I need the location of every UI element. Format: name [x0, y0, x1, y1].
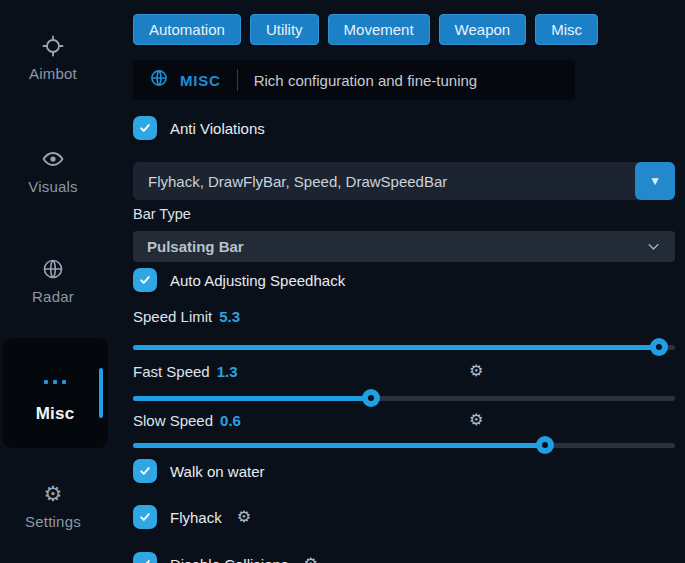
slider-value: 1.3	[217, 363, 238, 380]
tab-automation[interactable]: Automation	[133, 14, 241, 45]
checkbox-checked[interactable]	[133, 505, 157, 529]
check-icon	[138, 464, 152, 478]
sidebar-item-label: Radar	[32, 288, 74, 305]
sidebar-item-aimbot[interactable]: Aimbot	[0, 34, 106, 82]
fast-speed-row: Fast Speed 1.3 ⚙	[133, 363, 675, 380]
speed-limit-slider[interactable]	[133, 338, 675, 356]
slider-label: Fast Speed	[133, 363, 210, 380]
sidebar-item-label: Settings	[25, 513, 81, 530]
walk-on-water-toggle[interactable]: Walk on water	[133, 459, 675, 483]
checkbox-label: Anti Violations	[170, 120, 265, 137]
sidebar-item-misc[interactable]: Misc	[2, 338, 108, 448]
slow-speed-slider[interactable]	[133, 436, 675, 454]
checkbox-checked[interactable]	[133, 552, 157, 563]
gear-icon: ⚙	[41, 482, 65, 506]
checkbox-checked[interactable]	[133, 116, 157, 140]
slider-value: 5.3	[219, 308, 240, 325]
slider-label: Speed Limit	[133, 308, 212, 325]
section-header: MISC Rich configuration and fine-tuning	[133, 60, 575, 100]
speed-limit-row: Speed Limit 5.3	[133, 308, 675, 325]
bar-type-value: Pulsating Bar	[147, 238, 244, 255]
slider-fill	[133, 345, 659, 350]
ellipsis-icon	[43, 370, 67, 394]
gear-icon[interactable]: ⚙	[469, 363, 483, 379]
gear-icon[interactable]: ⚙	[303, 556, 317, 563]
sidebar-item-visuals[interactable]: Visuals	[0, 147, 106, 195]
checkbox-label: Auto Adjusting Speedhack	[170, 272, 345, 289]
slider-fill	[133, 396, 371, 401]
sidebar-item-radar[interactable]: Radar	[0, 257, 106, 305]
selected-indicator	[99, 368, 103, 418]
triangle-down-icon: ▼	[649, 174, 661, 188]
sidebar-item-label: Aimbot	[29, 65, 77, 82]
sidebar-item-label: Visuals	[28, 178, 77, 195]
divider	[237, 69, 238, 91]
main-panel: Automation Utility Movement Weapon Misc …	[133, 0, 675, 563]
check-icon	[138, 273, 152, 287]
bar-type-select[interactable]: Pulsating Bar	[133, 231, 675, 262]
tab-utility[interactable]: Utility	[250, 14, 319, 45]
slow-speed-row: Slow Speed 0.6 ⚙	[133, 412, 675, 429]
slider-label: Slow Speed	[133, 412, 213, 429]
dropdown-button[interactable]: ▼	[635, 162, 675, 200]
sidebar-item-label: Misc	[36, 404, 75, 424]
tab-weapon[interactable]: Weapon	[439, 14, 527, 45]
checkbox-label: Walk on water	[170, 463, 264, 480]
category-tabs: Automation Utility Movement Weapon Misc	[133, 14, 675, 45]
slider-value: 0.6	[220, 412, 241, 429]
check-icon	[138, 557, 152, 563]
globe-icon	[149, 68, 169, 92]
disable-collisions-toggle[interactable]: Disable Collisions ⚙	[133, 552, 675, 563]
gear-icon[interactable]: ⚙	[469, 412, 483, 428]
check-icon	[138, 510, 152, 524]
checkbox-checked[interactable]	[133, 459, 157, 483]
tab-misc[interactable]: Misc	[535, 14, 598, 45]
checkbox-label: Disable Collisions	[170, 556, 288, 563]
checkbox-label: Flyhack	[170, 509, 222, 526]
eye-icon	[41, 147, 65, 171]
slider-handle[interactable]	[362, 389, 380, 407]
anti-violations-toggle[interactable]: Anti Violations	[133, 116, 675, 140]
auto-adjusting-speedhack-toggle[interactable]: Auto Adjusting Speedhack	[133, 268, 675, 292]
sidebar: Aimbot Visuals Radar Misc ⚙ Settings	[0, 0, 130, 563]
section-subtitle: Rich configuration and fine-tuning	[254, 72, 477, 89]
bar-flags-value: Flyhack, DrawFlyBar, Speed, DrawSpeedBar	[133, 173, 447, 190]
crosshair-icon	[41, 34, 65, 58]
slider-fill	[133, 443, 545, 448]
chevron-down-icon	[646, 239, 661, 254]
fast-speed-slider[interactable]	[133, 389, 675, 407]
sidebar-item-settings[interactable]: ⚙ Settings	[0, 482, 106, 530]
slider-handle[interactable]	[650, 338, 668, 356]
flyhack-toggle[interactable]: Flyhack ⚙	[133, 505, 675, 529]
gear-icon[interactable]: ⚙	[237, 509, 251, 525]
bar-type-label: Bar Type	[133, 206, 675, 223]
check-icon	[138, 121, 152, 135]
slider-handle[interactable]	[536, 436, 554, 454]
globe-icon	[41, 257, 65, 281]
checkbox-checked[interactable]	[133, 268, 157, 292]
bar-flags-select[interactable]: Flyhack, DrawFlyBar, Speed, DrawSpeedBar…	[133, 162, 675, 200]
tab-movement[interactable]: Movement	[328, 14, 430, 45]
section-title: MISC	[180, 72, 221, 89]
